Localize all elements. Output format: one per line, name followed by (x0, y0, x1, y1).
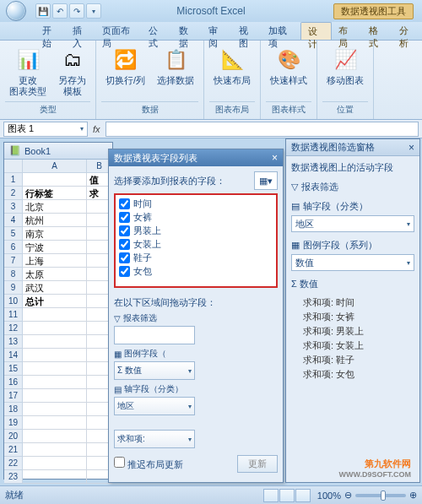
value-item: 求和项: 女包 (291, 367, 414, 382)
tab-format[interactable]: 格式 (362, 22, 392, 40)
app-title: Microsoft Excel (176, 5, 245, 17)
tab-review[interactable]: 审阅 (202, 22, 232, 40)
field-item[interactable]: 女装上 (117, 237, 274, 251)
legend-field-select[interactable]: 数值▾ (291, 254, 414, 271)
zoom-slider[interactable] (355, 494, 406, 497)
zoom-out-button[interactable]: ⊖ (344, 490, 352, 501)
tab-insert[interactable]: 插入 (66, 22, 96, 40)
close-icon[interactable]: × (408, 142, 414, 154)
filter-pane-sub: 数据透视图上的活动字段 (291, 161, 414, 174)
context-title: 数据透视图工具 (333, 3, 414, 19)
group-chart-style: 图表样式 (266, 101, 311, 116)
formula-input[interactable] (106, 122, 419, 137)
pivot-field-list-pane: 数据透视表字段列表× 选择要添加到报表的字段：▦▾ 时间 女裤 男装上 女装上 … (108, 149, 284, 483)
zone-axis-label: ▤ 轴字段（分类） (114, 383, 195, 395)
change-chart-type-button[interactable]: 📊更改 图表类型 (5, 44, 51, 100)
tab-addin[interactable]: 加载项 (262, 22, 300, 40)
view-normal-button[interactable] (263, 489, 279, 502)
tab-analyze[interactable]: 分析 (392, 22, 423, 40)
group-location: 位置 (322, 101, 368, 116)
zone-filter-box[interactable] (114, 326, 195, 344)
zone-values-box[interactable]: 求和项:▾ (114, 430, 195, 448)
pivot-chart-filter-pane: 数据透视图筛选窗格× 数据透视图上的活动字段 ▽ 报表筛选 ▤ 轴字段（分类） … (285, 138, 420, 483)
view-layout-button[interactable] (279, 489, 295, 502)
qat-undo[interactable]: ↶ (52, 3, 68, 19)
group-chart-layout: 图表布局 (209, 101, 255, 116)
filter-s2-label: ▤ 轴字段（分类） (291, 200, 414, 213)
status-text: 就绪 (5, 489, 24, 501)
axis-field-select[interactable]: 地区▾ (291, 215, 414, 232)
defer-checkbox[interactable]: 推迟布局更新 (114, 457, 183, 471)
value-item: 求和项: 女裤 (291, 310, 414, 324)
drag-instr: 在以下区域间拖动字段： (114, 296, 278, 309)
tab-home[interactable]: 开始 (35, 22, 66, 40)
tab-pagelayout[interactable]: 页面布局 (95, 22, 142, 40)
view-break-button[interactable] (295, 489, 311, 502)
zoom-in-button[interactable]: ⊕ (409, 490, 417, 501)
filter-pane-title: 数据透视图筛选窗格 (291, 141, 375, 154)
office-button[interactable] (0, 0, 32, 22)
zone-legend-box[interactable]: Σ 数值▾ (114, 361, 195, 380)
field-item[interactable]: 时间 (117, 197, 274, 210)
quick-layout-button[interactable]: 📐快速布局 (209, 44, 255, 89)
value-item: 求和项: 女装上 (291, 339, 414, 353)
field-instr: 选择要添加到报表的字段： (114, 175, 225, 187)
field-item[interactable]: 男装上 (117, 224, 274, 237)
value-item: 求和项: 男装上 (291, 324, 414, 339)
ribbon: 📊更改 图表类型 🗂另存为 模板 类型 🔁切换行/列 📋选择数据 数据 📐快速布… (0, 41, 422, 120)
zone-legend-label: ▦ 图例字段（ (114, 348, 195, 360)
fx-icon[interactable]: fx (93, 124, 100, 134)
zoom-level[interactable]: 100% (317, 490, 341, 501)
tab-formula[interactable]: 公式 (142, 22, 172, 40)
field-item[interactable]: 女裤 (117, 210, 274, 224)
sigma-values-label: Σ 数值 (291, 278, 414, 290)
tab-data[interactable]: 数据 (172, 22, 203, 40)
field-item[interactable]: 女包 (117, 264, 274, 278)
watermark: 第九软件网 WWW.D9SOFT.COM (339, 458, 412, 479)
field-list: 时间 女裤 男装上 女装上 鞋子 女包 (114, 193, 278, 288)
move-chart-button[interactable]: 📈移动图表 (322, 44, 368, 89)
filter-s3-label: ▦ 图例字段（系列） (291, 239, 414, 252)
layout-options-button[interactable]: ▦▾ (254, 171, 278, 190)
tab-layout2[interactable]: 布局 (332, 22, 362, 40)
qat-redo[interactable]: ↷ (69, 3, 84, 19)
close-icon[interactable]: × (272, 152, 278, 164)
group-data: 数据 (101, 101, 198, 116)
tab-view[interactable]: 视图 (232, 22, 262, 40)
switch-rowcol-button[interactable]: 🔁切换行/列 (101, 44, 149, 89)
update-button[interactable]: 更新 (237, 455, 278, 473)
value-item: 求和项: 鞋子 (291, 353, 414, 367)
tab-design[interactable]: 设计 (300, 22, 333, 40)
field-item[interactable]: 鞋子 (117, 251, 274, 264)
zone-filter-label: ▽ 报表筛选 (114, 312, 195, 324)
field-pane-title: 数据透视表字段列表 (114, 152, 197, 165)
filter-s1-label: ▽ 报表筛选 (291, 181, 414, 193)
name-box[interactable]: 图表 1▾ (3, 122, 88, 137)
group-type: 类型 (5, 101, 90, 116)
value-item: 求和项: 时间 (291, 295, 414, 310)
workbook-title: Book1 (4, 143, 112, 160)
save-as-template-button[interactable]: 🗂另存为 模板 (54, 44, 90, 100)
qat-dropdown[interactable]: ▾ (86, 3, 101, 19)
workbook-window: Book1 AB 1值 2行标签求 3北京 4杭州 5南京 6宁波 7上海 8太… (3, 142, 113, 480)
select-data-button[interactable]: 📋选择数据 (153, 44, 198, 89)
zone-axis-box[interactable]: 地区▾ (114, 397, 195, 415)
qat-save[interactable]: 💾 (35, 3, 51, 19)
zone-values-label (114, 419, 195, 428)
quick-style-button[interactable]: 🎨快速样式 (266, 44, 311, 89)
